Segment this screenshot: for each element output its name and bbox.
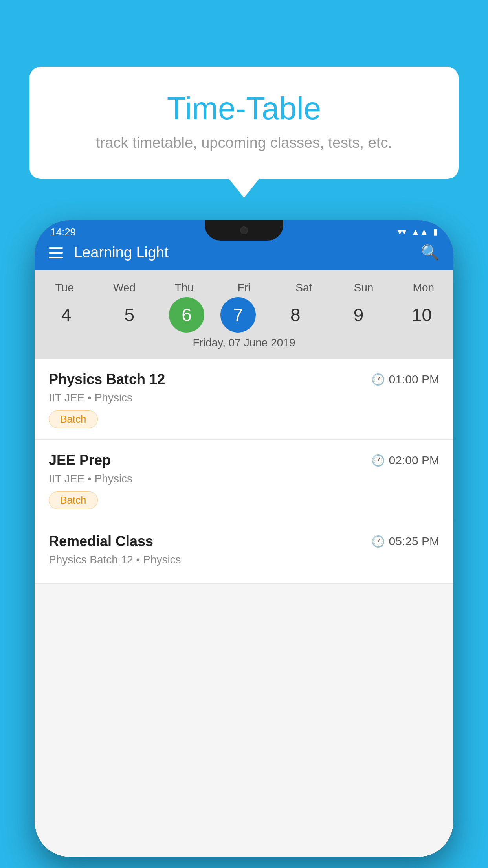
speech-bubble: Time-Table track timetable, upcoming cla…	[29, 67, 459, 179]
hamburger-menu[interactable]	[49, 247, 63, 258]
day-6-today[interactable]: 6	[169, 297, 204, 333]
bubble-subtitle: track timetable, upcoming classes, tests…	[61, 134, 427, 151]
schedule-meta-1: IIT JEE • Physics	[49, 392, 439, 404]
day-name-sun: Sun	[340, 278, 387, 297]
schedule-title-3: Remedial Class	[49, 533, 153, 550]
day-5[interactable]: 5	[106, 297, 153, 333]
schedule-time-value-3: 05:25 PM	[389, 535, 439, 548]
clock-icon-1: 🕐	[371, 373, 385, 386]
day-name-wed: Wed	[101, 278, 148, 297]
signal-icon: ▲▲	[411, 227, 428, 237]
batch-tag-2: Batch	[49, 491, 98, 509]
app-title: Learning Light	[74, 244, 169, 261]
phone-notch	[205, 220, 283, 241]
app-bar-left: Learning Light	[49, 244, 169, 261]
status-time: 14:29	[50, 226, 76, 238]
clock-icon-3: 🕐	[371, 535, 385, 548]
schedule-item-2[interactable]: JEE Prep 🕐 02:00 PM IIT JEE • Physics Ba…	[35, 440, 453, 520]
batch-tag-1: Batch	[49, 410, 98, 428]
phone-container: 14:29 ▾▾ ▲▲ ▮ Learning Light 🔍	[35, 220, 453, 868]
wifi-icon: ▾▾	[398, 227, 406, 237]
camera-dot	[240, 226, 248, 234]
schedule-meta-2: IIT JEE • Physics	[49, 473, 439, 485]
schedule-title-2: JEE Prep	[49, 452, 111, 469]
day-name-tue: Tue	[41, 278, 88, 297]
schedule-time-1: 🕐 01:00 PM	[371, 373, 439, 386]
schedule-title-1: Physics Batch 12	[49, 371, 165, 388]
day-10[interactable]: 10	[398, 297, 445, 333]
day-names-row: Tue Wed Thu Fri Sat Sun Mon	[35, 278, 453, 297]
search-button[interactable]: 🔍	[421, 244, 439, 261]
hamburger-line	[49, 252, 63, 254]
day-7-selected[interactable]: 7	[220, 297, 256, 333]
schedule-item-1[interactable]: Physics Batch 12 🕐 01:00 PM IIT JEE • Ph…	[35, 359, 453, 440]
day-name-fri: Fri	[220, 278, 268, 297]
schedule-list: Physics Batch 12 🕐 01:00 PM IIT JEE • Ph…	[35, 359, 453, 584]
schedule-item-header-3: Remedial Class 🕐 05:25 PM	[49, 533, 439, 550]
selected-date-label: Friday, 07 June 2019	[35, 333, 453, 355]
day-4[interactable]: 4	[42, 297, 90, 333]
day-nums-row: 4 5 6 7 8 9 10	[35, 297, 453, 333]
status-icons: ▾▾ ▲▲ ▮	[398, 227, 438, 237]
day-name-thu: Thu	[161, 278, 208, 297]
schedule-item-header-2: JEE Prep 🕐 02:00 PM	[49, 452, 439, 469]
hamburger-line	[49, 257, 63, 258]
schedule-time-value-1: 01:00 PM	[389, 373, 439, 386]
schedule-time-value-2: 02:00 PM	[389, 454, 439, 467]
hamburger-line	[49, 247, 63, 249]
schedule-time-3: 🕐 05:25 PM	[371, 535, 439, 548]
day-name-mon: Mon	[400, 278, 447, 297]
day-9[interactable]: 9	[335, 297, 382, 333]
phone-shell: 14:29 ▾▾ ▲▲ ▮ Learning Light 🔍	[35, 220, 453, 857]
calendar-week: Tue Wed Thu Fri Sat Sun Mon 4 5 6 7 8 9 …	[35, 270, 453, 359]
phone-screen: 14:29 ▾▾ ▲▲ ▮ Learning Light 🔍	[35, 220, 453, 857]
schedule-time-2: 🕐 02:00 PM	[371, 454, 439, 467]
battery-icon: ▮	[433, 227, 438, 237]
clock-icon-2: 🕐	[371, 454, 385, 467]
bubble-title: Time-Table	[61, 90, 427, 127]
day-name-sat: Sat	[280, 278, 327, 297]
schedule-item-3[interactable]: Remedial Class 🕐 05:25 PM Physics Batch …	[35, 520, 453, 584]
schedule-item-header-1: Physics Batch 12 🕐 01:00 PM	[49, 371, 439, 388]
schedule-meta-3: Physics Batch 12 • Physics	[49, 554, 439, 566]
day-8[interactable]: 8	[272, 297, 319, 333]
